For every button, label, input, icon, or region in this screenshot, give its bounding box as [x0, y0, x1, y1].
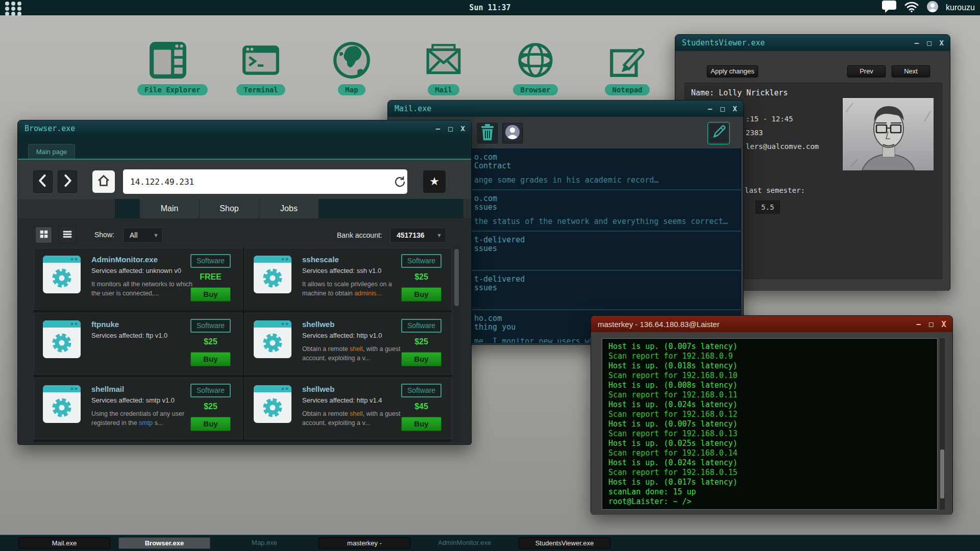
minimize-button[interactable]: – — [916, 320, 920, 328]
minimize-button[interactable]: – — [708, 105, 712, 113]
shop-item-grid: AdminMonitor.exe Services affected: unkn… — [34, 248, 452, 442]
trash-icon — [479, 123, 496, 143]
terminal-titlebar[interactable]: masterkey - 136.64.180.83@Laister – □ X — [591, 316, 952, 332]
minimize-button[interactable]: – — [436, 124, 440, 133]
bank-account-dropdown[interactable]: 4517136▼ — [390, 228, 446, 243]
terminal-line: Host is up. (0.017s latency) — [608, 478, 931, 487]
shop-item-card: shellweb Services affected: http v1.4 Ob… — [244, 378, 452, 439]
terminal-line: Host is up. (0.007s latency) — [608, 419, 931, 429]
item-price: $45 — [401, 402, 442, 411]
site-menu-tabs: Main Shop Jobs — [139, 199, 318, 218]
buy-button[interactable]: Buy — [190, 417, 231, 431]
shop-item-card: sshescale Services affected: ssh v1.0 It… — [244, 248, 452, 310]
reload-icon[interactable] — [394, 176, 406, 188]
desktop-icon-notepad[interactable]: Notepad — [597, 41, 658, 95]
maximize-button[interactable]: □ — [927, 39, 931, 47]
taskbar-item[interactable]: Map.exe — [218, 537, 310, 549]
terminal-output[interactable]: Host is up. (0.007s latency) Scan report… — [602, 338, 938, 510]
delete-mail-button[interactable] — [476, 122, 499, 144]
mail-titlebar[interactable]: Mail.exe – □ X — [388, 101, 743, 117]
wifi-icon[interactable] — [904, 1, 919, 15]
taskbar-item[interactable]: AdminMonitor.exe — [419, 537, 510, 549]
terminal-line: root@Laister: ~ /> — [608, 497, 931, 507]
file-explorer-icon — [137, 41, 199, 80]
terminal-line: Host is up. (0.024s latency) — [608, 400, 931, 410]
apply-changes-button[interactable]: Apply changes — [707, 65, 758, 77]
notepad-pencil-icon — [597, 41, 658, 80]
grid-view-button[interactable] — [35, 227, 52, 243]
browser-titlebar[interactable]: Browser.exe – □ X — [18, 120, 471, 137]
site-menu-tab[interactable]: Jobs — [259, 199, 318, 218]
taskbar-item[interactable]: Mail.exe — [18, 537, 110, 549]
next-button[interactable]: Next — [892, 65, 930, 77]
terminal-scrollbar-thumb[interactable] — [940, 449, 944, 498]
software-gear-icon — [43, 320, 81, 360]
terminal-line: Host is up. (0.024s latency) — [608, 458, 931, 468]
semester-grade-field[interactable]: 5.5 — [755, 201, 780, 214]
terminal-line: Scan report for 192.168.0.10 — [608, 371, 931, 381]
taskbar-item[interactable]: StudentsViewer.exe — [519, 537, 610, 549]
close-button[interactable]: X — [461, 124, 465, 133]
taskbar-item[interactable]: Browser.exe — [118, 537, 210, 549]
desktop-icon-label: Mail — [428, 84, 459, 95]
prev-button[interactable]: Prev — [847, 65, 886, 77]
buy-button[interactable]: Buy — [401, 287, 442, 302]
desktop-icon-file-explorer[interactable]: File Explorer — [137, 41, 199, 95]
desktop-icon-label: Map — [338, 84, 365, 95]
mail-sender: o.com — [474, 153, 734, 162]
desktop-icon-mail[interactable]: Mail — [413, 41, 474, 95]
shop-item-card: ftpnuke Services affected: ftp v1.0 Soft… — [34, 313, 242, 374]
compose-mail-button[interactable] — [707, 122, 730, 144]
item-name: ftpnuke — [91, 320, 119, 329]
forward-button[interactable] — [58, 170, 77, 193]
close-button[interactable]: X — [940, 39, 944, 47]
back-button[interactable] — [33, 170, 53, 193]
desktop-icon-browser[interactable]: Browser — [505, 41, 566, 95]
window-title: Browser.exe — [24, 124, 75, 133]
home-button[interactable] — [92, 170, 115, 193]
buy-button[interactable]: Buy — [401, 352, 442, 366]
close-button[interactable]: X — [941, 319, 946, 329]
bookmark-star-button[interactable]: ★ — [423, 170, 446, 193]
maximize-button[interactable]: □ — [448, 124, 452, 133]
buy-button[interactable]: Buy — [401, 417, 442, 431]
shop-scrollbar[interactable] — [454, 248, 459, 442]
url-input[interactable] — [123, 169, 407, 194]
terminal-scrollbar[interactable] — [940, 338, 945, 510]
minimize-button[interactable]: – — [915, 39, 919, 47]
software-badge: Software — [401, 254, 442, 268]
grid-view-icon — [38, 229, 50, 242]
student-photo — [842, 97, 933, 170]
maximize-button[interactable]: □ — [929, 320, 933, 328]
masterkey-terminal-window: masterkey - 136.64.180.83@Laister – □ X … — [591, 315, 953, 514]
close-button[interactable]: X — [733, 105, 737, 113]
buy-button[interactable]: Buy — [190, 287, 231, 302]
list-view-button[interactable] — [59, 227, 76, 243]
software-badge: Software — [401, 319, 442, 333]
contacts-button[interactable] — [501, 122, 524, 144]
buy-button[interactable]: Buy — [190, 352, 231, 366]
chat-icon[interactable] — [881, 0, 897, 15]
maximize-button[interactable]: □ — [720, 105, 724, 113]
window-title: StudentsViewer.exe — [682, 38, 765, 47]
shop-item-card: shellweb Services affected: http v1.0 Ob… — [244, 313, 452, 374]
browser-tab-main-page[interactable]: Main page — [28, 144, 75, 160]
site-menu-tab[interactable]: Shop — [199, 199, 259, 218]
semester-label-fragment: last semester: — [745, 186, 805, 194]
software-badge: Software — [190, 319, 231, 333]
taskbar-item[interactable]: masterkey - — [318, 537, 410, 549]
terminal-line: Scan report for 192.168.0.14 — [608, 448, 931, 458]
shop-scrollbar-thumb[interactable] — [454, 249, 459, 306]
shop-item-card: AdminMonitor.exe Services affected: unkn… — [34, 248, 242, 310]
students-viewer-titlebar[interactable]: StudentsViewer.exe – □ X — [675, 35, 950, 51]
user-avatar-icon[interactable] — [926, 1, 939, 15]
desktop-icon-terminal[interactable]: Terminal — [230, 41, 291, 95]
terminal-line: Host is up. (0.018s latency) — [608, 361, 931, 371]
item-services: Services affected: http v1.0 — [302, 332, 382, 339]
item-name: shellweb — [302, 385, 334, 393]
show-filter-dropdown[interactable]: All▼ — [123, 228, 163, 243]
contact-person-icon — [504, 123, 521, 143]
terminal-line: Scan report for 192.168.0.12 — [608, 410, 931, 419]
desktop-icon-map[interactable]: Map — [321, 41, 382, 95]
site-menu-tab[interactable]: Main — [139, 199, 199, 218]
